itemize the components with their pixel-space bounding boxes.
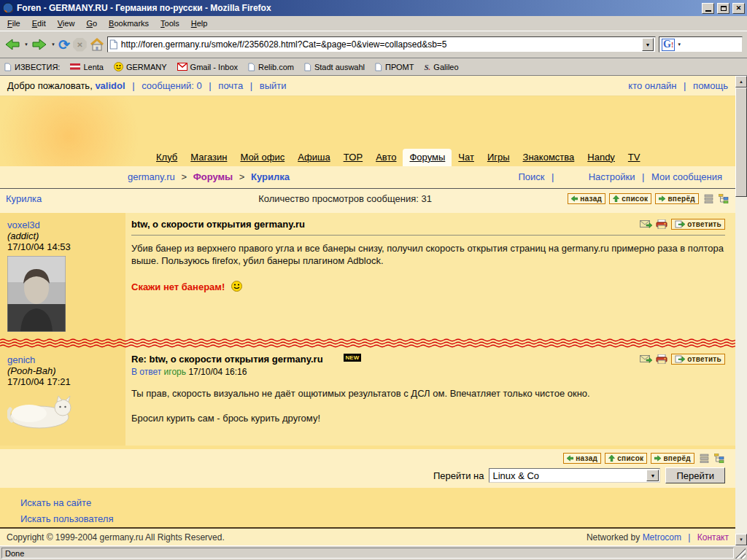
threaded-view-icon[interactable] (714, 454, 725, 463)
post1-actions: ответить (640, 219, 725, 230)
metrocom-link[interactable]: Metrocom (643, 532, 681, 542)
print-icon[interactable] (656, 219, 667, 229)
post1-text: Убив банер из верхнего правого угла и вс… (131, 242, 725, 267)
search-engine-dropdown[interactable]: ▼ (677, 42, 681, 47)
forward-thread-button[interactable]: вперёд (655, 193, 699, 204)
breadcrumb-forums-link[interactable]: Форумы (193, 171, 233, 182)
menu-help[interactable]: Help (185, 18, 214, 29)
mail-link[interactable]: почта (218, 80, 243, 91)
post2-author-link[interactable]: genich (7, 354, 35, 365)
scroll-down-button[interactable]: ▼ (735, 534, 747, 545)
scrollbar-thumb[interactable] (735, 88, 747, 197)
tab-klub[interactable]: Клуб (150, 149, 184, 166)
menu-file[interactable]: File (1, 18, 26, 29)
flat-view-icon[interactable] (704, 194, 713, 203)
print-icon[interactable] (656, 354, 667, 364)
tab-chat[interactable]: Чат (452, 149, 481, 166)
post2-title-row: Re: btw, о скорости открытия germany.ru … (131, 354, 725, 365)
scroll-up-button[interactable]: ▲ (735, 76, 747, 88)
in-reply-link[interactable]: В ответ (131, 367, 161, 377)
help-link[interactable]: помощь (693, 80, 728, 91)
contact-link[interactable]: Контакт (697, 532, 729, 542)
tab-magazin[interactable]: Магазин (184, 149, 233, 166)
forward-dropdown[interactable]: ▼ (51, 42, 55, 47)
bookmark-relib[interactable]: Relib.com (248, 63, 294, 71)
page-icon (304, 63, 311, 71)
bookmark-stadt-auswahl[interactable]: Stadt auswahl (304, 63, 365, 71)
post1-author-link[interactable]: voxel3d (7, 219, 40, 230)
post-genich: genich (Pooh-Bah) 17/10/04 17:21 (0, 348, 735, 446)
tab-avto[interactable]: Авто (369, 149, 403, 166)
threaded-view-icon[interactable] (719, 194, 729, 203)
tab-forumy[interactable]: Форумы (403, 149, 452, 166)
tab-afisha[interactable]: Афиша (291, 149, 336, 166)
site-search-section: Искать на сайте Искать пользователя (0, 488, 735, 527)
tab-igry[interactable]: Игры (481, 149, 516, 166)
tab-moy-ofis[interactable]: Мой офис (233, 149, 291, 166)
back-thread-button[interactable]: назад (563, 453, 601, 464)
minimize-button[interactable] (702, 3, 714, 14)
flat-view-icon[interactable] (700, 454, 709, 463)
in-reply-user-link[interactable]: игорь (164, 367, 186, 377)
post1-reply-button[interactable]: ответить (671, 219, 725, 230)
resize-grip[interactable] (735, 548, 746, 559)
url-input[interactable] (121, 39, 639, 50)
url-dropdown[interactable]: ▼ (642, 38, 654, 51)
menu-tools[interactable]: Tools (155, 18, 185, 29)
list-thread-button[interactable]: список (609, 193, 651, 204)
home-button[interactable] (90, 38, 104, 51)
tab-handy[interactable]: Handy (581, 149, 622, 166)
settings-link[interactable]: Настройки (589, 171, 635, 182)
forward-thread-button[interactable]: вперёд (651, 453, 694, 464)
search-site-link[interactable]: Искать на сайте (20, 495, 735, 511)
url-bar[interactable]: ▼ (107, 36, 656, 52)
bookmark-galileo[interactable]: S. Galileo (424, 63, 458, 71)
messages-link[interactable]: сообщений: 0 (142, 80, 202, 91)
bookmark-izvestia[interactable]: ИЗВЕСТИЯ: (4, 63, 60, 71)
user-link[interactable]: validol (95, 80, 125, 91)
bookmark-lenta[interactable]: Lenta (70, 63, 104, 71)
bookmark-gmail[interactable]: Gmail - Inbox (177, 63, 238, 71)
who-online-link[interactable]: кто онлайн (628, 80, 676, 91)
list-thread-button[interactable]: список (605, 453, 647, 464)
forum-link[interactable]: Курилка (6, 193, 123, 204)
email-icon[interactable] (640, 219, 652, 228)
search-box[interactable]: G! ▼ (659, 36, 743, 52)
post2-text: Ты прав, скорость визуально не даёт ощют… (131, 387, 725, 400)
forward-button[interactable] (31, 37, 47, 52)
vertical-scrollbar[interactable]: ▲ ▼ (735, 76, 747, 545)
tab-znakomstva[interactable]: Знакомства (516, 149, 581, 166)
search-link[interactable]: Поиск (518, 171, 544, 182)
jump-select[interactable]: Linux & Co ▼ (489, 468, 660, 483)
search-user-link[interactable]: Искать пользователя (20, 511, 735, 527)
breadcrumb-page-link[interactable]: Курилка (251, 171, 290, 182)
tab-tv[interactable]: TV (622, 149, 647, 166)
post2-reply-button[interactable]: ответить (671, 354, 725, 365)
menu-go[interactable]: Go (80, 18, 103, 29)
bookmark-germany[interactable]: GERMANY (114, 62, 167, 71)
site-header: Клуб Магазин Мой офис Афиша TOP Авто Фор… (0, 96, 735, 166)
google-logo-icon[interactable]: G! (662, 39, 675, 51)
tab-top[interactable]: TOP (337, 149, 370, 166)
restore-button[interactable] (717, 3, 729, 14)
back-thread-button[interactable]: назад (568, 193, 605, 204)
jump-select-dropdown-icon[interactable]: ▼ (646, 470, 659, 481)
menu-view[interactable]: View (52, 18, 81, 29)
thread-nav-buttons-top: назад список вперёд (568, 193, 729, 204)
back-dropdown[interactable]: ▼ (24, 42, 28, 47)
menu-edit[interactable]: Edit (26, 18, 52, 29)
bookmark-promt[interactable]: ПРОМТ (375, 63, 414, 71)
menu-bookmarks[interactable]: Bookmarks (103, 18, 155, 29)
email-icon[interactable] (640, 354, 652, 363)
web-search-input[interactable] (683, 39, 741, 50)
close-button[interactable]: ✕ (732, 3, 745, 14)
welcome-greeting: Добро пожаловать, (7, 80, 93, 91)
logout-link[interactable]: выйти (260, 80, 287, 91)
back-button[interactable] (4, 37, 20, 52)
firefox-icon (2, 2, 14, 14)
breadcrumb-site-link[interactable]: germany.ru (128, 171, 175, 182)
my-messages-link[interactable]: Мои сообщения (651, 171, 722, 182)
post2-user-column: genich (Pooh-Bah) 17/10/04 17:21 (0, 348, 125, 446)
reload-button[interactable]: ⟳ (58, 36, 70, 53)
jump-go-button[interactable]: Перейти (665, 467, 725, 483)
